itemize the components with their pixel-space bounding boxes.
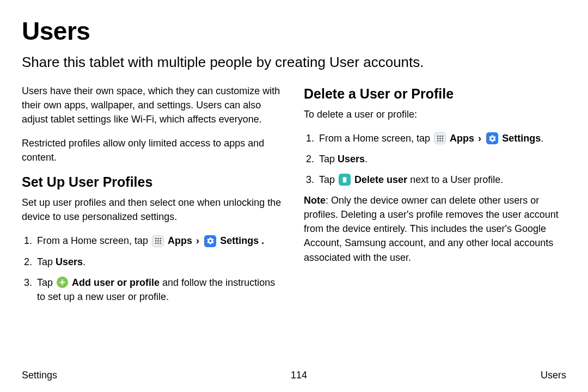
settings-label: Settings [502,133,541,144]
svg-point-5 [160,240,161,242]
svg-point-15 [437,140,438,142]
users-label: Users [338,154,365,164]
delete-intro: To delete a user or profile: [304,107,566,121]
svg-point-4 [157,240,159,242]
chevron-right-icon: › [478,133,481,144]
svg-point-12 [437,138,438,139]
svg-point-11 [442,135,443,137]
apps-icon [152,235,164,247]
apps-label: Apps [168,235,192,246]
setup-intro: Set up user profiles and then select one… [22,195,284,224]
page-title: Users [22,16,566,46]
delete-step-2: Tap Users. [317,152,566,166]
svg-point-8 [160,243,161,244]
footer-right: Users [541,370,566,381]
footer-page-number: 114 [291,370,307,381]
svg-point-2 [160,238,161,240]
svg-point-3 [155,240,156,242]
apps-label: Apps [450,133,474,144]
delete-step-3: Tap Delete user next to a User profile. [317,173,566,187]
svg-point-14 [442,138,443,139]
page-footer: Settings 114 Users [22,370,566,381]
svg-point-0 [155,238,156,240]
delete-user-label: Delete user [354,174,407,185]
add-user-label: Add user or profile [72,277,160,288]
intro-paragraph-2: Restricted profiles allow only limited a… [22,136,284,164]
svg-point-9 [437,135,438,137]
svg-point-13 [439,138,441,139]
apps-icon [434,132,446,144]
settings-icon [486,132,498,144]
add-icon [57,277,68,288]
users-label: Users [56,256,83,267]
svg-point-10 [439,135,441,137]
svg-point-17 [442,140,443,142]
setup-steps: From a Home screen, tap Apps › Settings … [22,234,284,303]
settings-icon [204,235,216,247]
heading-setup: Set Up User Profiles [22,174,284,190]
settings-label: Settings [220,235,259,246]
chevron-right-icon: › [196,235,199,246]
setup-step-3: Tap Add user or profile and follow the i… [35,275,284,304]
trash-icon [339,174,351,186]
delete-steps: From a Home screen, tap Apps › Settings.… [304,131,566,187]
setup-step-2: Tap Users. [35,255,284,269]
delete-step-1: From a Home screen, tap Apps › Settings. [317,131,566,145]
svg-point-1 [157,238,159,240]
left-column: Users have their own space, which they c… [22,84,284,310]
footer-left: Settings [22,370,57,381]
svg-point-6 [155,243,156,244]
svg-point-16 [439,140,441,142]
heading-delete: Delete a User or Profile [304,86,566,102]
note: Note: Only the device owner can delete o… [304,193,566,264]
page-lead: Share this tablet with multiple people b… [22,53,566,72]
content-columns: Users have their own space, which they c… [22,84,566,310]
svg-point-7 [157,243,159,244]
setup-step-1: From a Home screen, tap Apps › Settings … [35,234,284,248]
note-label: Note [304,195,326,206]
right-column: Delete a User or Profile To delete a use… [304,84,566,310]
intro-paragraph-1: Users have their own space, which they c… [22,84,284,126]
